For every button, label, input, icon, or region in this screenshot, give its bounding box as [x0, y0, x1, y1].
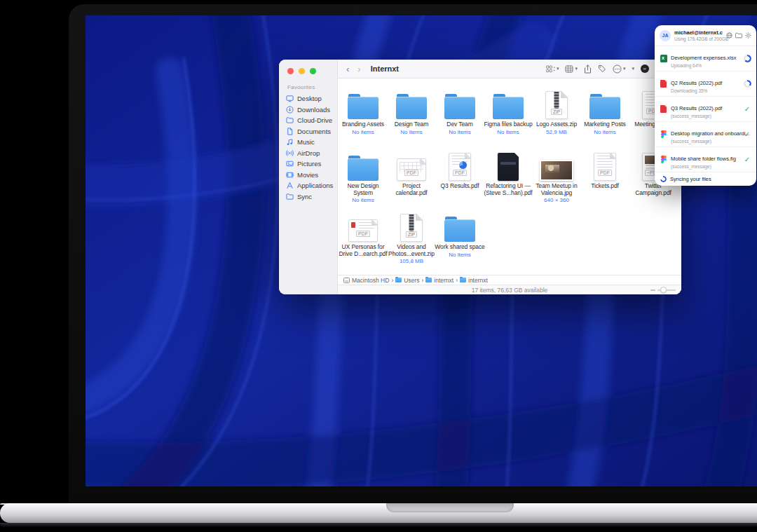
close-button[interactable]	[287, 68, 294, 74]
group-options-icon[interactable]: ▾	[565, 65, 578, 73]
pdf-grid-icon: PDF	[386, 153, 437, 181]
sidebar-item-applications[interactable]: Applications	[286, 180, 337, 191]
sidebar-item-label: Downloads	[297, 106, 330, 114]
file-name: Work shared space	[435, 244, 485, 251]
image-icon	[531, 153, 582, 181]
sync-file-row[interactable]: Desktop migration and onboardi...(succes…	[655, 122, 756, 147]
pictures-icon	[286, 160, 294, 168]
folder-icon	[580, 91, 630, 119]
file-name: Design Team	[386, 121, 437, 128]
sync-file-row[interactable]: Mobile share folder flows.fig(success_me…	[655, 147, 756, 172]
file-sublabel: 105,8 MB	[386, 258, 437, 265]
file-item[interactable]: PDFQ3 Results.pdf	[435, 153, 485, 190]
breadcrumb-label: internxt	[434, 277, 453, 284]
actions-menu-icon[interactable]: ▾	[613, 64, 626, 74]
breadcrumb-label: Users	[404, 277, 419, 284]
finder-main: ‹ › Internxt ▾▾▾▾∞ Branding AssetsNo ite…	[338, 60, 681, 294]
file-sublabel: No items	[338, 197, 388, 204]
sync-file-status-text: (success_message)	[671, 139, 739, 144]
file-item[interactable]: Team Meetup in Valencia.jpg640 × 360	[531, 153, 582, 204]
file-item[interactable]: Dev TeamNo items	[435, 91, 485, 136]
sidebar-item-documents[interactable]: Documents	[286, 126, 337, 137]
file-name: New Design System	[338, 183, 388, 196]
minimize-button[interactable]	[299, 68, 305, 74]
file-sublabel: 52,9 MB	[531, 129, 582, 136]
back-button[interactable]: ‹	[345, 64, 350, 74]
pdf-file-icon	[660, 80, 667, 88]
sync-file-name: Development expenses.xlsx	[671, 55, 736, 61]
gear-icon[interactable]	[745, 32, 751, 39]
excel-file-icon	[660, 55, 667, 62]
sidebar-item-downloads[interactable]: Downloads	[286, 104, 337, 116]
panel-header-icons	[726, 32, 751, 39]
file-item[interactable]: New Design SystemNo items	[338, 153, 388, 204]
folder-icon	[286, 193, 294, 200]
file-item[interactable]: Refactoring UI — (Steve S...han).pdf	[483, 153, 533, 196]
applications-icon	[286, 182, 294, 189]
sidebar-item-label: Cloud-Drive	[297, 116, 332, 124]
sync-file-status-text: Uploading 64%	[671, 63, 739, 68]
sidebar-item-sync[interactable]: Sync	[286, 191, 337, 203]
chevron-down-icon[interactable]: ▾	[632, 66, 634, 71]
zoom-button[interactable]	[310, 68, 316, 74]
folder-icon[interactable]	[735, 32, 742, 39]
breadcrumb-separator: ›	[421, 277, 423, 284]
file-name: Branding Assets	[338, 121, 388, 128]
sidebar-item-desktop[interactable]: Desktop	[286, 93, 337, 104]
file-item[interactable]: PDFProject calendar.pdf	[386, 153, 437, 196]
slider-knob[interactable]	[660, 287, 667, 293]
sync-file-name: Desktop migration and onboardi...	[671, 130, 750, 137]
breadcrumb-segment[interactable]: internxt	[425, 277, 453, 284]
sidebar-item-label: Sync	[297, 193, 312, 200]
globe-icon[interactable]	[726, 32, 732, 39]
laptop-base	[0, 503, 757, 523]
file-name: UX Personas for Drive D...earch.pdf	[338, 244, 388, 257]
file-item[interactable]: Marketing PostsNo items	[580, 91, 630, 136]
storage-usage: Using 176.42GB of 200GB	[674, 36, 723, 41]
sidebar-item-pictures[interactable]: Pictures	[286, 158, 337, 170]
file-name: Marketing Posts	[580, 121, 630, 128]
file-item[interactable]: Work shared spaceNo items	[435, 214, 485, 259]
zip-icon: ZIP	[386, 214, 437, 242]
forward-button[interactable]: ›	[356, 64, 362, 74]
sidebar-item-movies[interactable]: Movies	[286, 170, 337, 181]
breadcrumb-segment[interactable]: Users	[395, 277, 419, 284]
breadcrumb-separator: ›	[456, 277, 458, 284]
tag-icon[interactable]	[598, 64, 606, 73]
file-sublabel: No items	[386, 129, 437, 136]
file-item[interactable]: Branding AssetsNo items	[338, 91, 388, 136]
folder-icon	[286, 116, 294, 124]
sidebar-item-airdrop[interactable]: AirDrop	[286, 148, 337, 159]
status-bar: 17 items, 76,63 GB available	[338, 285, 681, 294]
sync-file-row[interactable]: Development expenses.xlsxUploading 64%	[655, 46, 756, 71]
account-dark-icon[interactable]: ∞	[641, 64, 649, 73]
folder-icon	[483, 91, 533, 119]
icon-size-slider[interactable]	[650, 289, 676, 291]
sidebar-item-cloud-drive[interactable]: Cloud-Drive	[286, 115, 337, 126]
breadcrumb-segment[interactable]: internxt	[460, 277, 488, 284]
file-name: Q3 Results.pdf	[435, 183, 485, 190]
file-item[interactable]: Design TeamNo items	[386, 91, 437, 136]
sidebar-item-label: AirDrop	[297, 149, 320, 157]
sync-file-status-text: Downloading 35%	[671, 88, 739, 93]
sidebar-item-label: Desktop	[297, 95, 322, 102]
share-icon[interactable]	[584, 64, 592, 74]
sidebar-item-music[interactable]: Music	[286, 137, 337, 148]
file-name: Team Meetup in Valencia.jpg	[531, 183, 582, 196]
computer-icon	[343, 278, 350, 283]
sidebar-item-label: Documents	[297, 128, 331, 135]
sync-file-row[interactable]: Q2 Results (2022).pdfDownloading 35%	[655, 71, 756, 97]
file-item[interactable]: Figma files backupNo items	[483, 91, 533, 136]
sync-file-row[interactable]: Q3 Results (2022).pdf(success_message)✓	[655, 97, 756, 122]
file-item[interactable]: PDFUX Personas for Drive D...earch.pdf	[338, 214, 388, 257]
file-item[interactable]: ZIPLogo Assets.zip52,9 MB	[531, 91, 582, 136]
file-item[interactable]: ZIPVideos and Photos...event.zip105,8 MB	[386, 214, 437, 265]
figma-file-icon	[660, 130, 667, 138]
breadcrumb-segment[interactable]: Macintosh HD	[343, 277, 389, 284]
file-item[interactable]: PDFTickets.pdf	[580, 153, 630, 190]
view-grid-selector-icon[interactable]: ▾	[546, 64, 559, 74]
slider-track[interactable]	[657, 289, 676, 291]
sync-panel-header: JA michael@internxt.com Using 176.42GB o…	[655, 25, 756, 46]
file-sublabel: 640 × 360	[531, 197, 582, 204]
success-check-icon: ✓	[744, 131, 750, 138]
